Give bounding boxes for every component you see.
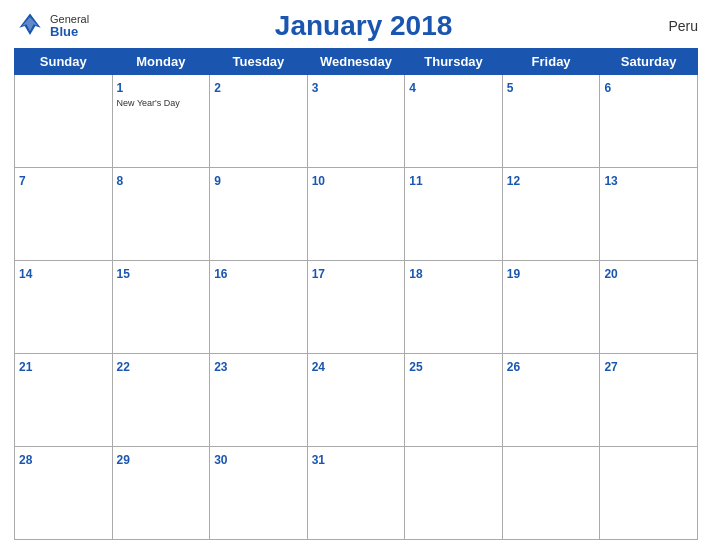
day-number: 9 bbox=[214, 174, 221, 188]
table-row: 21 bbox=[15, 354, 113, 447]
week-row-5: 28293031 bbox=[15, 447, 698, 540]
day-number: 14 bbox=[19, 267, 32, 281]
table-row: 7 bbox=[15, 168, 113, 261]
table-row: 14 bbox=[15, 261, 113, 354]
day-number: 6 bbox=[604, 81, 611, 95]
table-row: 31 bbox=[307, 447, 405, 540]
day-number: 5 bbox=[507, 81, 514, 95]
table-row: 2 bbox=[210, 75, 308, 168]
table-row: 15 bbox=[112, 261, 210, 354]
calendar-title: January 2018 bbox=[89, 10, 638, 42]
table-row bbox=[405, 447, 503, 540]
table-row: 9 bbox=[210, 168, 308, 261]
table-row: 29 bbox=[112, 447, 210, 540]
calendar-body: 1New Year's Day2345678910111213141516171… bbox=[15, 75, 698, 540]
table-row: 27 bbox=[600, 354, 698, 447]
country-label: Peru bbox=[638, 18, 698, 34]
day-number: 19 bbox=[507, 267, 520, 281]
week-row-4: 21222324252627 bbox=[15, 354, 698, 447]
day-number: 11 bbox=[409, 174, 422, 188]
table-row: 18 bbox=[405, 261, 503, 354]
logo: General Blue bbox=[14, 10, 89, 42]
table-row: 6 bbox=[600, 75, 698, 168]
day-number: 30 bbox=[214, 453, 227, 467]
day-number: 21 bbox=[19, 360, 32, 374]
day-number: 7 bbox=[19, 174, 26, 188]
logo-blue-label: Blue bbox=[50, 25, 89, 39]
table-row: 23 bbox=[210, 354, 308, 447]
col-monday: Monday bbox=[112, 49, 210, 75]
table-row: 13 bbox=[600, 168, 698, 261]
table-row: 30 bbox=[210, 447, 308, 540]
col-thursday: Thursday bbox=[405, 49, 503, 75]
day-number: 31 bbox=[312, 453, 325, 467]
day-number: 1 bbox=[117, 81, 124, 95]
day-number: 26 bbox=[507, 360, 520, 374]
table-row: 16 bbox=[210, 261, 308, 354]
table-row: 5 bbox=[502, 75, 600, 168]
table-row bbox=[15, 75, 113, 168]
day-number: 27 bbox=[604, 360, 617, 374]
day-number: 25 bbox=[409, 360, 422, 374]
table-row: 24 bbox=[307, 354, 405, 447]
logo-icon bbox=[14, 10, 46, 42]
day-number: 23 bbox=[214, 360, 227, 374]
holiday-label: New Year's Day bbox=[117, 98, 206, 109]
col-saturday: Saturday bbox=[600, 49, 698, 75]
table-row: 20 bbox=[600, 261, 698, 354]
day-number: 18 bbox=[409, 267, 422, 281]
table-row: 4 bbox=[405, 75, 503, 168]
table-row: 12 bbox=[502, 168, 600, 261]
day-number: 4 bbox=[409, 81, 416, 95]
week-row-2: 78910111213 bbox=[15, 168, 698, 261]
day-number: 3 bbox=[312, 81, 319, 95]
day-number: 24 bbox=[312, 360, 325, 374]
col-sunday: Sunday bbox=[15, 49, 113, 75]
day-number: 12 bbox=[507, 174, 520, 188]
week-row-3: 14151617181920 bbox=[15, 261, 698, 354]
day-number: 28 bbox=[19, 453, 32, 467]
day-number: 17 bbox=[312, 267, 325, 281]
calendar-table: Sunday Monday Tuesday Wednesday Thursday… bbox=[14, 48, 698, 540]
table-row: 22 bbox=[112, 354, 210, 447]
day-number: 10 bbox=[312, 174, 325, 188]
svg-marker-1 bbox=[22, 17, 38, 31]
table-row bbox=[502, 447, 600, 540]
table-row: 25 bbox=[405, 354, 503, 447]
table-row: 19 bbox=[502, 261, 600, 354]
table-row: 8 bbox=[112, 168, 210, 261]
table-row: 3 bbox=[307, 75, 405, 168]
col-wednesday: Wednesday bbox=[307, 49, 405, 75]
day-number: 8 bbox=[117, 174, 124, 188]
header: General Blue January 2018 Peru bbox=[14, 10, 698, 42]
day-number: 20 bbox=[604, 267, 617, 281]
table-row: 1New Year's Day bbox=[112, 75, 210, 168]
table-row: 26 bbox=[502, 354, 600, 447]
week-row-1: 1New Year's Day23456 bbox=[15, 75, 698, 168]
table-row: 17 bbox=[307, 261, 405, 354]
day-number: 16 bbox=[214, 267, 227, 281]
col-tuesday: Tuesday bbox=[210, 49, 308, 75]
col-friday: Friday bbox=[502, 49, 600, 75]
day-number: 15 bbox=[117, 267, 130, 281]
table-row: 10 bbox=[307, 168, 405, 261]
logo-text: General Blue bbox=[50, 13, 89, 39]
page: General Blue January 2018 Peru Sunday Mo… bbox=[0, 0, 712, 550]
day-number: 29 bbox=[117, 453, 130, 467]
table-row: 11 bbox=[405, 168, 503, 261]
day-number: 22 bbox=[117, 360, 130, 374]
table-row bbox=[600, 447, 698, 540]
day-number: 13 bbox=[604, 174, 617, 188]
day-number: 2 bbox=[214, 81, 221, 95]
table-row: 28 bbox=[15, 447, 113, 540]
days-header-row: Sunday Monday Tuesday Wednesday Thursday… bbox=[15, 49, 698, 75]
